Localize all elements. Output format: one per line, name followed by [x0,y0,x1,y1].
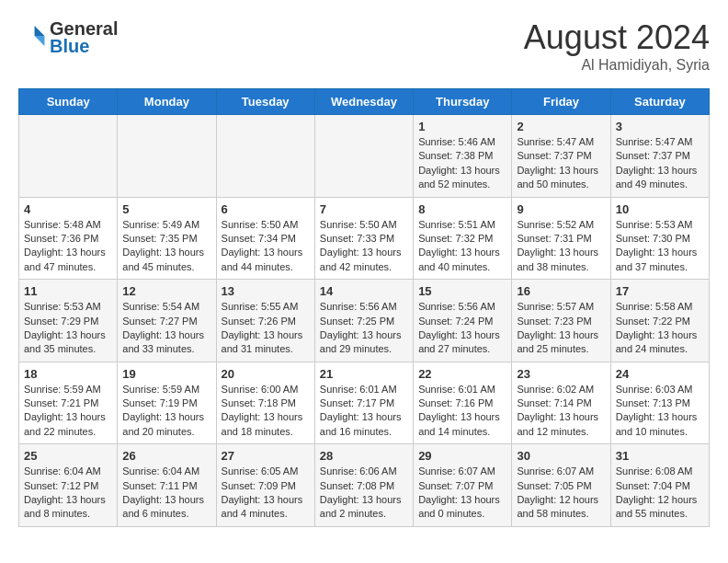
cell-text: Sunrise: 6:04 AM [24,465,112,478]
cell-text: Sunset: 7:37 PM [616,149,704,163]
calendar-cell [314,115,413,198]
cell-text: Sunrise: 5:58 AM [616,300,704,314]
cell-text: Sunrise: 5:57 AM [517,300,605,314]
cell-text: Daylight: 13 hours [517,328,605,342]
cell-text: Sunset: 7:16 PM [418,396,506,410]
cell-text: Daylight: 13 hours [222,246,310,259]
calendar-cell: 12Sunrise: 5:54 AMSunset: 7:27 PMDayligh… [118,280,216,362]
cell-text: Daylight: 13 hours [418,493,506,507]
cell-text: Sunset: 7:11 PM [122,479,210,493]
calendar-cell: 21Sunrise: 6:01 AMSunset: 7:17 PMDayligh… [314,362,413,444]
calendar-cell: 31Sunrise: 6:08 AMSunset: 7:04 PMDayligh… [610,444,709,527]
cell-text: Sunset: 7:35 PM [122,232,210,246]
svg-marker-1 [35,36,45,46]
cell-text: Daylight: 13 hours [517,164,605,178]
cell-text: and 47 minutes. [24,260,112,274]
calendar-cell: 2Sunrise: 5:47 AMSunset: 7:37 PMDaylight… [512,115,610,198]
cell-text: Daylight: 13 hours [122,410,210,424]
cell-text: and 24 minutes. [616,342,704,356]
cell-text: Sunset: 7:27 PM [122,315,210,328]
cell-text: Sunrise: 6:02 AM [517,383,605,396]
cell-text: Sunrise: 6:03 AM [616,383,704,396]
day-number: 14 [320,284,408,298]
cell-text: Daylight: 12 hours [616,493,704,507]
calendar-cell: 14Sunrise: 5:56 AMSunset: 7:25 PMDayligh… [314,280,413,362]
cell-text: Sunset: 7:33 PM [320,232,408,246]
cell-text: and 18 minutes. [222,425,310,439]
col-header-friday: Friday [512,89,610,115]
col-header-monday: Monday [118,89,216,115]
cell-text: and 29 minutes. [320,342,408,356]
calendar-cell: 17Sunrise: 5:58 AMSunset: 7:22 PMDayligh… [610,280,709,362]
calendar-header-row: SundayMondayTuesdayWednesdayThursdayFrid… [19,89,710,115]
cell-text: Sunrise: 6:07 AM [517,465,605,478]
cell-text: Daylight: 13 hours [517,410,605,424]
calendar-cell [216,115,314,198]
calendar-cell: 9Sunrise: 5:52 AMSunset: 7:31 PMDaylight… [512,197,610,280]
calendar-cell: 29Sunrise: 6:07 AMSunset: 7:07 PMDayligh… [414,444,512,527]
calendar-cell [19,115,118,198]
cell-text: Daylight: 13 hours [24,410,112,424]
col-header-sunday: Sunday [19,89,118,115]
logo-icon [20,23,46,49]
day-number: 24 [616,367,704,381]
cell-text: Sunset: 7:23 PM [517,315,605,328]
day-number: 15 [418,284,506,298]
calendar-week-3: 18Sunrise: 5:59 AMSunset: 7:21 PMDayligh… [19,362,710,444]
cell-text: and 12 minutes. [517,425,605,439]
cell-text: and 8 minutes. [24,507,112,521]
day-number: 21 [320,367,408,381]
calendar-cell: 6Sunrise: 5:50 AMSunset: 7:34 PMDaylight… [216,197,314,280]
cell-text: and 40 minutes. [418,260,506,274]
calendar-cell: 1Sunrise: 5:46 AMSunset: 7:38 PMDaylight… [414,115,512,198]
cell-text: Sunrise: 5:56 AM [418,300,506,314]
cell-text: Sunrise: 5:50 AM [320,218,408,232]
day-number: 17 [616,284,704,298]
calendar-body: 1Sunrise: 5:46 AMSunset: 7:38 PMDaylight… [19,115,710,527]
cell-text: Sunrise: 6:05 AM [222,465,310,478]
cell-text: Daylight: 13 hours [616,328,704,342]
cell-text: and 16 minutes. [320,425,408,439]
calendar-week-1: 4Sunrise: 5:48 AMSunset: 7:36 PMDaylight… [19,197,710,280]
cell-text: Sunset: 7:08 PM [320,479,408,493]
cell-text: Daylight: 13 hours [24,493,112,507]
cell-text: Daylight: 13 hours [517,246,605,259]
cell-text: Sunrise: 5:50 AM [222,218,310,232]
cell-text: and 6 minutes. [122,507,210,521]
cell-text: Sunrise: 5:51 AM [418,218,506,232]
cell-text: Daylight: 13 hours [616,246,704,259]
cell-text: Sunrise: 6:00 AM [222,383,310,396]
cell-text: Sunset: 7:04 PM [616,479,704,493]
day-number: 10 [616,202,704,216]
day-number: 4 [24,202,112,216]
cell-text: Sunset: 7:05 PM [517,479,605,493]
cell-text: Sunrise: 6:01 AM [418,383,506,396]
calendar-cell: 28Sunrise: 6:06 AMSunset: 7:08 PMDayligh… [314,444,413,527]
cell-text: Daylight: 13 hours [320,493,408,507]
day-number: 31 [616,449,704,463]
cell-text: Daylight: 13 hours [616,410,704,424]
cell-text: Sunset: 7:29 PM [24,315,112,328]
cell-text: Daylight: 13 hours [320,246,408,259]
cell-text: Daylight: 13 hours [222,410,310,424]
day-number: 26 [122,449,210,463]
cell-text: and 44 minutes. [222,260,310,274]
cell-text: and 10 minutes. [616,425,704,439]
day-number: 18 [24,367,112,381]
title-block: August 2024 Al Hamidiyah, Syria [524,18,710,74]
cell-text: Sunrise: 5:46 AM [418,135,506,149]
cell-text: Sunset: 7:32 PM [418,232,506,246]
cell-text: Sunset: 7:37 PM [517,149,605,163]
cell-text: and 27 minutes. [418,342,506,356]
calendar-cell: 13Sunrise: 5:55 AMSunset: 7:26 PMDayligh… [216,280,314,362]
cell-text: Sunrise: 5:59 AM [122,383,210,396]
cell-text: Sunrise: 5:55 AM [222,300,310,314]
cell-text: Daylight: 13 hours [222,493,310,507]
day-number: 20 [222,367,310,381]
cell-text: Sunrise: 5:48 AM [24,218,112,232]
day-number: 13 [222,284,310,298]
cell-text: Daylight: 13 hours [24,328,112,342]
calendar-cell: 7Sunrise: 5:50 AMSunset: 7:33 PMDaylight… [314,197,413,280]
cell-text: Sunrise: 5:53 AM [24,300,112,314]
cell-text: and 2 minutes. [320,507,408,521]
